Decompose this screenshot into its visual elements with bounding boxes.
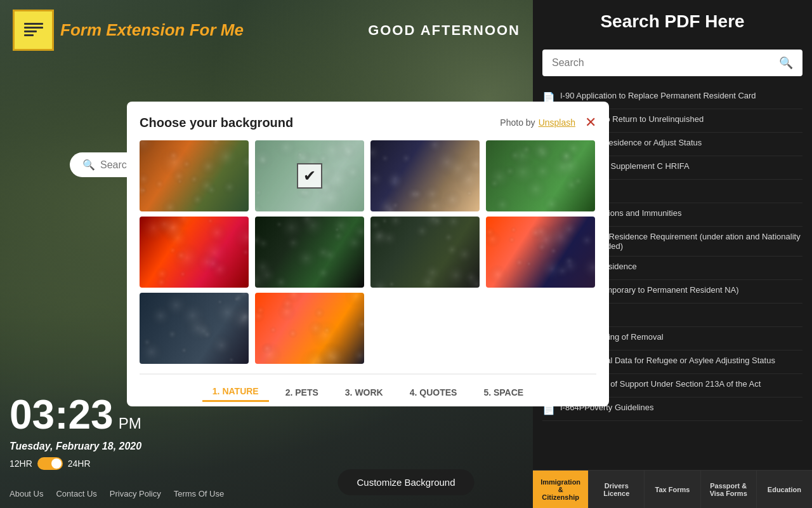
svg-rect-1: [24, 23, 43, 25]
about-link[interactable]: About Us: [10, 489, 43, 498]
bg-canvas-3: [370, 140, 480, 211]
bottom-tab-3[interactable]: Passport & Visa Forms: [701, 471, 757, 508]
24hr-label: 24HR: [68, 458, 91, 469]
category-tab-2[interactable]: 3. WORK: [335, 382, 393, 402]
pdf-search-title: Search PDF Here: [546, 11, 799, 32]
pdf-item-text: I-90 Application to Replace Permanent Re…: [560, 91, 756, 100]
bg-canvas-1: [140, 140, 249, 211]
modal-header: Choose your background Photo by Unsplash…: [140, 114, 596, 131]
category-tab-3[interactable]: 4. QUOTES: [400, 382, 468, 402]
close-modal-button[interactable]: ✕: [585, 114, 596, 131]
privacy-link[interactable]: Privacy Policy: [110, 489, 161, 498]
modal-title: Choose your background: [140, 116, 293, 130]
clock-time: 03:23: [10, 391, 114, 438]
background-chooser-modal: Choose your background Photo by Unsplash…: [127, 102, 609, 406]
bg-canvas-10: [255, 293, 364, 364]
bottom-tab-0[interactable]: Immigration & Citizenship: [533, 471, 589, 508]
bg-canvas-5: [140, 217, 249, 288]
bg-canvas-6: [255, 217, 364, 288]
pdf-search-input[interactable]: [552, 57, 774, 69]
search-icon: 🔍: [82, 159, 95, 171]
clock-ampm: PM: [119, 415, 141, 432]
category-tab-1[interactable]: 2. PETS: [275, 382, 329, 402]
category-tab-4[interactable]: 5. SPACE: [473, 382, 534, 402]
bg-option-4[interactable]: [486, 140, 595, 211]
bg-option-9[interactable]: [140, 293, 249, 364]
category-tabs: 1. NATURE2. PETS3. WORK4. QUOTES5. SPACE: [140, 373, 596, 402]
bg-canvas-9: [140, 293, 249, 364]
bg-option-1[interactable]: [140, 140, 249, 211]
bg-option-2[interactable]: ✔: [255, 140, 364, 211]
12hr-label: 12HR: [10, 458, 32, 469]
contact-link[interactable]: Contact Us: [56, 489, 96, 498]
bg-option-5[interactable]: [140, 217, 249, 288]
terms-link[interactable]: Terms Of Use: [174, 489, 224, 498]
category-tab-0[interactable]: 1. NATURE: [202, 382, 269, 402]
bg-option-3[interactable]: [370, 140, 480, 211]
bg-option-7[interactable]: [370, 217, 480, 288]
bg-option-10[interactable]: [255, 293, 364, 364]
image-grid: ✔: [140, 140, 596, 364]
checkmark-icon: ✔: [297, 163, 322, 189]
right-header: Search PDF Here: [533, 0, 812, 43]
form-icon: [21, 18, 46, 43]
bg-canvas-7: [370, 217, 480, 288]
clock-date-value: February 18, 2020: [56, 441, 141, 451]
photo-credit: Photo by Unsplash ✕: [500, 114, 596, 131]
clock-area: 03:23 PM Tuesday, February 18, 2020 12HR…: [10, 391, 141, 470]
logo: Form Extension For Me: [13, 10, 244, 51]
bg-option-6[interactable]: [255, 217, 364, 288]
bottom-tabs: Immigration & CitizenshipDrivers Licence…: [533, 470, 812, 508]
bottom-tab-2[interactable]: Tax Forms: [645, 471, 700, 508]
svg-rect-2: [24, 27, 43, 29]
header: Form Extension For Me GOOD AFTERNOON: [0, 0, 533, 60]
greeting-text: GOOD AFTERNOON: [368, 22, 520, 39]
clock-date: Tuesday, February 18, 2020: [10, 441, 141, 452]
svg-rect-4: [24, 34, 34, 36]
unsplash-link[interactable]: Unsplash: [539, 117, 575, 128]
toggle-switch[interactable]: [37, 457, 63, 470]
clock-display: 03:23 PM: [10, 391, 141, 438]
photo-credit-text: Photo by: [500, 117, 535, 128]
customize-background-button[interactable]: Customize Background: [337, 469, 474, 495]
bg-canvas-8: [486, 217, 595, 288]
pdf-search-icon[interactable]: 🔍: [779, 56, 793, 70]
clock-day: Tuesday,: [10, 441, 53, 451]
pdf-search-bar[interactable]: 🔍: [542, 50, 802, 76]
app-title: Form Extension For Me: [60, 20, 244, 40]
bg-option-8[interactable]: [486, 217, 595, 288]
logo-icon: [13, 10, 54, 51]
footer-links: About Us Contact Us Privacy Policy Terms…: [10, 489, 224, 498]
bottom-tab-1[interactable]: Drivers Licence: [589, 471, 645, 508]
time-format-toggle[interactable]: 12HR 24HR: [10, 457, 141, 470]
svg-rect-3: [24, 30, 37, 32]
selected-overlay: ✔: [255, 140, 364, 211]
bg-canvas-4: [486, 140, 595, 211]
bottom-tab-4[interactable]: Education: [757, 471, 812, 508]
